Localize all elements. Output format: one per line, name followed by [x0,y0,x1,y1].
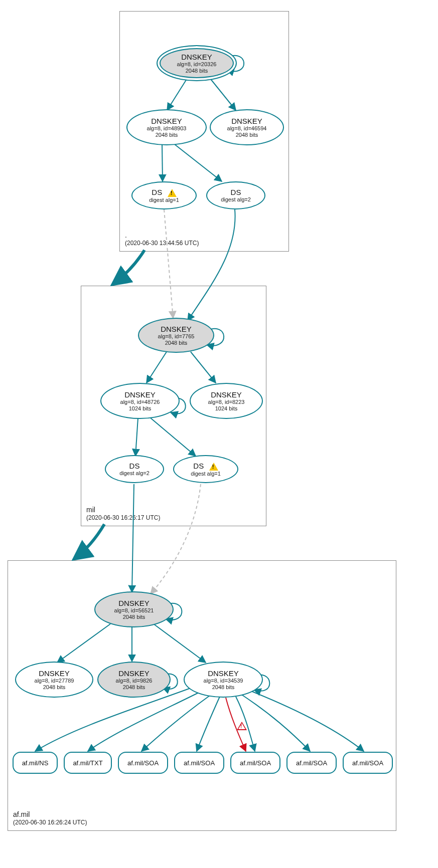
node-title: af.mil/SOA [240,759,271,767]
node-det: 1024 bits [215,405,238,411]
node-root-ksk[interactable]: DNSKEY alg=8, id=20326 2048 bits [157,45,237,81]
node-title: DNSKEY [161,325,192,333]
node-mil-zsk2[interactable]: DNSKEY alg=8, id=8223 1024 bits [190,383,263,419]
node-det: 2048 bits [186,68,208,74]
zone-mil-name: mil [86,506,160,515]
node-af-zsk3[interactable]: DNSKEY alg=8, id=34539 2048 bits [184,662,263,698]
node-title: af.mil/SOA [127,759,159,767]
node-mil-ksk[interactable]: DNSKEY alg=8, id=7765 2048 bits [138,318,214,353]
node-det: alg=8, id=20326 [177,61,217,67]
node-af-zsk1[interactable]: DNSKEY alg=8, id=27789 2048 bits [15,662,93,698]
zone-root-name: . [125,231,199,240]
warning-icon [168,189,177,197]
node-title: DS [193,462,204,470]
node-root-ds2[interactable]: DS digest alg=2 [206,181,265,209]
zone-root-ts: (2020-06-30 13:44:56 UTC) [125,240,199,247]
node-det: 2048 bits [165,340,188,346]
node-title: DNSKEY [118,599,150,607]
node-title: af.mil/SOA [184,759,215,767]
node-rr-soa[interactable]: af.mil/SOA [343,752,393,774]
node-title: DS [152,188,162,196]
node-rr-soa[interactable]: af.mil/SOA [118,752,168,774]
node-af-zsk2[interactable]: DNSKEY alg=8, id=9826 2048 bits [97,662,171,698]
node-rr-txt[interactable]: af.mil/TXT [64,752,112,774]
node-title: af.mil/SOA [296,759,327,767]
node-det: digest alg=2 [119,470,150,476]
node-det: 2048 bits [123,684,145,690]
error-icon [237,722,247,732]
node-title: af.mil/SOA [352,759,383,767]
node-title: DNSKEY [118,669,150,678]
node-det: alg=8, id=8223 [208,399,245,405]
node-det: alg=8, id=56521 [114,607,154,613]
node-root-zsk1[interactable]: DNSKEY alg=8, id=48903 2048 bits [126,109,207,145]
node-det: 2048 bits [123,614,145,620]
node-title: DNSKEY [181,53,212,61]
node-rr-soa[interactable]: af.mil/SOA [286,752,337,774]
node-root-ds1[interactable]: DS digest alg=1 [131,181,197,209]
node-det: 2048 bits [156,132,178,138]
node-title: DNSKEY [211,390,242,399]
node-title: DNSKEY [39,669,70,678]
node-det: alg=8, id=48726 [120,399,160,405]
node-det: 2048 bits [212,684,235,690]
node-det: 2048 bits [236,132,258,138]
node-det: alg=8, id=34539 [204,678,243,684]
node-af-ksk[interactable]: DNSKEY alg=8, id=56521 2048 bits [94,591,174,627]
node-rr-soa[interactable]: af.mil/SOA [230,752,280,774]
node-root-zsk2[interactable]: DNSKEY alg=8, id=46594 2048 bits [210,109,284,145]
node-det: digest alg=2 [221,196,251,202]
node-det: digest alg=1 [191,471,221,477]
node-mil-ds1[interactable]: DS digest alg=2 [105,455,164,483]
warning-icon [209,463,218,471]
node-title: DNSKEY [151,117,182,125]
node-title: af.mil/NS [22,759,49,767]
node-title: DS [129,462,140,470]
node-title: DS [231,188,241,196]
node-title: af.mil/TXT [73,759,102,767]
node-title: DNSKEY [231,117,262,125]
node-det: alg=8, id=46594 [227,125,267,131]
node-det: alg=8, id=48903 [147,125,187,131]
node-mil-zsk1[interactable]: DNSKEY alg=8, id=48726 1024 bits [100,383,180,419]
zone-afmil-name: af.mil [13,810,87,819]
node-rr-ns[interactable]: af.mil/NS [13,752,58,774]
node-det: alg=8, id=27789 [35,678,74,684]
node-det: alg=8, id=9826 [116,678,153,684]
zone-mil-ts: (2020-06-30 16:26:17 UTC) [86,514,160,522]
node-mil-ds2[interactable]: DS digest alg=1 [173,455,238,483]
node-title: DNSKEY [208,669,239,678]
node-title: DNSKEY [124,390,156,399]
zone-afmil-ts: (2020-06-30 16:26:24 UTC) [13,819,87,826]
node-rr-soa[interactable]: af.mil/SOA [174,752,224,774]
node-det: alg=8, id=7765 [158,333,195,339]
node-det: digest alg=1 [149,197,179,203]
node-det: 2048 bits [43,684,66,690]
node-det: 1024 bits [129,405,152,411]
